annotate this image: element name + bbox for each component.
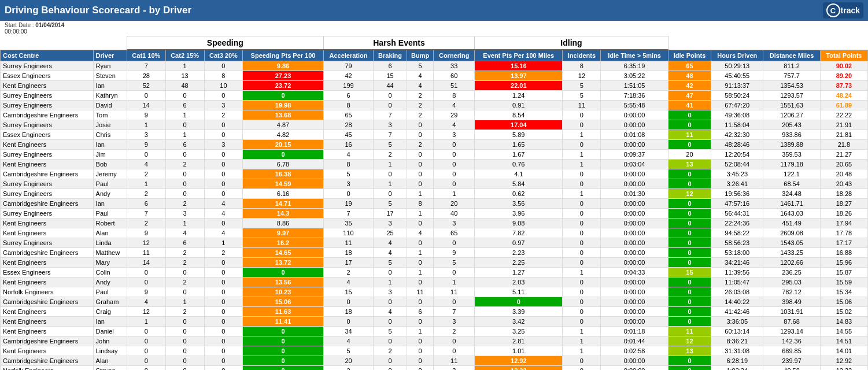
cell-idle-points: 12 — [668, 189, 711, 199]
cell-accel: 0 — [323, 317, 374, 327]
table-row: Cambridgeshire Engineers Ian 6 2 4 14.71… — [1, 199, 868, 209]
cell-event-pts: 4.1 — [475, 169, 563, 179]
col-driver: Driver — [93, 50, 127, 61]
cell-idle-time: 0:00:00 — [601, 258, 668, 268]
cell-idle-time: 0:00:00 — [601, 209, 668, 219]
cell-driver: Paul — [93, 179, 127, 189]
cell-cost-centre: Surrey Engineers — [1, 179, 94, 189]
cell-incidents: 1 — [563, 346, 601, 356]
cell-speeding-pts: 10.23 — [243, 287, 323, 297]
cell-distance: 239.97 — [763, 356, 821, 366]
cell-cat2: 6 — [165, 140, 204, 150]
cell-incidents: 0 — [563, 219, 601, 228]
cell-driver: Lindsay — [93, 346, 127, 356]
cell-cat3: 0 — [204, 61, 243, 71]
cell-braking: 7 — [374, 110, 407, 120]
cell-cat1: 4 — [127, 297, 165, 307]
cell-cat2: 2 — [165, 278, 204, 287]
cell-speeding-pts: 0 — [243, 366, 323, 371]
cell-speeding-pts: 9.97 — [243, 228, 323, 238]
cell-cost-centre: Kent Engineers — [1, 228, 94, 238]
cell-hours: 91:13:37 — [711, 81, 763, 91]
cell-driver: Ian — [93, 140, 127, 150]
cell-bump: 0 — [407, 219, 433, 228]
logo-text: track — [841, 6, 860, 15]
cell-driver: Jim — [93, 150, 127, 160]
cell-cost-centre: Kent Engineers — [1, 317, 94, 327]
cell-bump: 0 — [407, 160, 433, 169]
cell-event-pts: 3.25 — [475, 327, 563, 336]
cell-cat2: 2 — [165, 258, 204, 268]
cell-total: 12.92 — [820, 356, 867, 366]
cell-incidents: 1 — [563, 336, 601, 346]
cell-speeding-pts: 6.16 — [243, 189, 323, 199]
cell-cat1: 52 — [127, 81, 165, 91]
cell-incidents: 5 — [563, 81, 601, 91]
cell-incidents: 0 — [563, 287, 601, 297]
table-row: Essex Engineers Steven 28 13 8 27.23 42 … — [1, 71, 868, 81]
cell-cat3: 0 — [204, 179, 243, 189]
cell-cost-centre: Essex Engineers — [1, 268, 94, 278]
cell-idle-points: 0 — [668, 228, 711, 238]
cell-cat3: 0 — [204, 189, 243, 199]
cell-driver: Ryan — [93, 61, 127, 71]
cell-idle-points: 0 — [668, 248, 711, 258]
cell-speeding-pts: 13.72 — [243, 258, 323, 268]
cell-accel: 2 — [323, 268, 374, 278]
cell-event-pts: 3.42 — [475, 317, 563, 327]
cell-speeding-pts: 8.86 — [243, 219, 323, 228]
cell-accel: 7 — [323, 209, 374, 219]
col-acceleration: Acceleration — [323, 50, 374, 61]
cell-cat2: 1 — [165, 130, 204, 140]
cell-accel: 17 — [323, 258, 374, 268]
table-row: Surrey Engineers Kathryn 0 0 0 0 6 0 2 8… — [1, 91, 868, 101]
cell-hours: 19:56:36 — [711, 189, 763, 199]
cell-cat1: 6 — [127, 199, 165, 209]
cell-cost-centre: Surrey Engineers — [1, 101, 94, 110]
cell-driver: John — [93, 336, 127, 346]
cell-total: 17.94 — [820, 219, 867, 228]
cell-idle-time: 0:00:00 — [601, 219, 668, 228]
cell-cost-centre: Cambridgeshire Engineers — [1, 199, 94, 209]
table-row: Kent Engineers Ian 52 48 10 23.72 199 44… — [1, 81, 868, 91]
cell-cat3: 0 — [204, 297, 243, 307]
cell-cornering: 3 — [434, 317, 475, 327]
cell-cornering: 0 — [434, 140, 475, 150]
cell-hours: 52:08:44 — [711, 160, 763, 169]
cell-cat2: 0 — [165, 366, 204, 371]
cell-accel: 199 — [323, 81, 374, 91]
cell-cat1: 0 — [127, 268, 165, 278]
cell-cornering: 1 — [434, 189, 475, 199]
cell-speeding-pts: 14.59 — [243, 179, 323, 189]
cell-idle-time: 0:02:58 — [601, 346, 668, 356]
cell-cat1: 0 — [127, 356, 165, 366]
cell-driver: Daniel — [93, 327, 127, 336]
cell-braking: 0 — [374, 297, 407, 307]
cell-idle-points: 0 — [668, 120, 711, 130]
cell-speeding-pts: 14.65 — [243, 248, 323, 258]
cell-bump: 0 — [407, 120, 433, 130]
cell-bump: 1 — [407, 268, 433, 278]
cell-cat3: 0 — [204, 346, 243, 356]
cell-total: 15.59 — [820, 278, 867, 287]
cell-distance: 324.48 — [763, 189, 821, 199]
cell-total: 12.32 — [820, 366, 867, 371]
cell-cat1: 2 — [127, 169, 165, 179]
cell-incidents: 0 — [563, 110, 601, 120]
table-row: Kent Engineers Mary 14 2 0 13.72 17 5 0 … — [1, 258, 868, 268]
cell-bump: 0 — [407, 238, 433, 248]
cell-cat3: 0 — [204, 169, 243, 179]
cell-idle-points: 42 — [668, 81, 711, 91]
cell-cornering: 0 — [434, 268, 475, 278]
cell-driver: Andy — [93, 278, 127, 287]
cell-idle-points: 0 — [668, 179, 711, 189]
cell-bump: 1 — [407, 248, 433, 258]
cell-cat2: 0 — [165, 336, 204, 346]
cell-cost-centre: Cambridgeshire Engineers — [1, 356, 94, 366]
cell-cat2: 2 — [165, 307, 204, 317]
cell-accel: 65 — [323, 110, 374, 120]
cell-incidents: 0 — [563, 140, 601, 150]
cell-idle-points: 0 — [668, 199, 711, 209]
cell-cost-centre: Norfolk Engineers — [1, 366, 94, 371]
cell-total: 18.28 — [820, 189, 867, 199]
